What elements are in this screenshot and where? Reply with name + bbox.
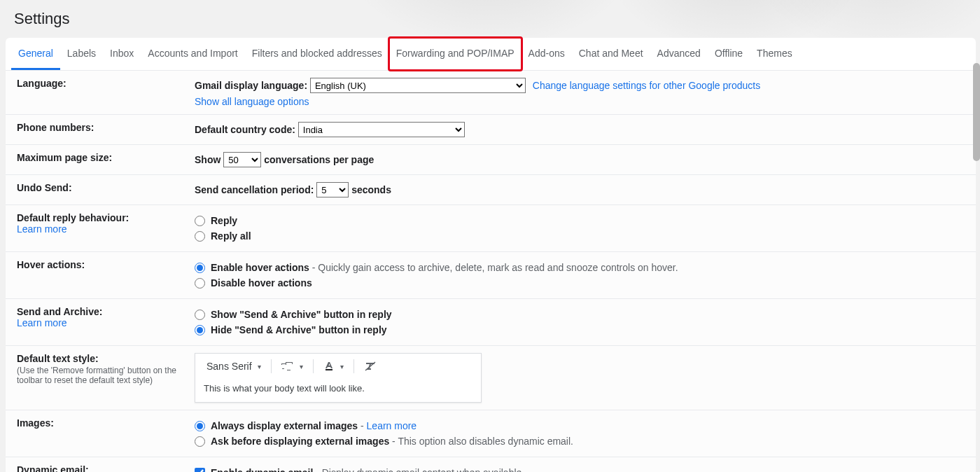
tab-forwarding[interactable]: Forwarding and POP/IMAP — [389, 38, 522, 70]
dynamic-enable-desc: - Display dynamic email content when ava… — [313, 467, 524, 472]
text-style-hint: (Use the 'Remove formatting' button on t… — [17, 366, 188, 385]
images-always-radio[interactable] — [195, 421, 205, 431]
scrollbar-thumb[interactable] — [973, 63, 980, 161]
toolbar-separator — [354, 359, 354, 373]
display-language-select[interactable]: English (UK) — [310, 78, 526, 93]
row-images: Images: Always display external images -… — [6, 410, 976, 457]
country-code-label: Default country code: — [195, 124, 295, 135]
archive-label: Send and Archive: — [17, 306, 188, 317]
row-undo: Undo Send: Send cancellation period: 5 s… — [6, 175, 976, 205]
images-always-label: Always display external images — [211, 420, 358, 431]
change-language-link[interactable]: Change language settings for other Googl… — [533, 80, 760, 91]
page-size-show: Show — [195, 154, 220, 165]
dynamic-enable-label: Enable dynamic email — [211, 467, 313, 472]
hover-enable-label: Enable hover actions — [211, 262, 309, 273]
tab-filters[interactable]: Filters and blocked addresses — [245, 38, 389, 70]
hover-label: Hover actions: — [6, 259, 195, 291]
reply-label: Default reply behaviour: — [17, 212, 188, 223]
tab-general[interactable]: General — [11, 38, 60, 70]
undo-period-select[interactable]: 5 — [316, 182, 349, 197]
language-label: Language: — [6, 78, 195, 107]
page-size-label: Maximum page size: — [6, 152, 195, 167]
replyall-radio[interactable] — [195, 231, 205, 242]
archive-hide-radio[interactable] — [195, 325, 205, 335]
show-all-languages-link[interactable]: Show all language options — [195, 96, 309, 107]
dynamic-label: Dynamic email: — [17, 464, 188, 472]
toolbar-separator — [271, 359, 272, 373]
remove-formatting-icon — [364, 361, 377, 372]
text-style-preview: This is what your body text will look li… — [195, 379, 481, 402]
text-size-icon — [281, 361, 294, 372]
row-phone: Phone numbers: Default country code: Ind… — [6, 115, 976, 145]
phone-label: Phone numbers: — [6, 122, 195, 137]
reply-learn-more-link[interactable]: Learn more — [17, 223, 67, 235]
text-color-picker[interactable] — [319, 359, 348, 373]
undo-period-label: Send cancellation period: — [195, 184, 314, 195]
text-style-label: Default text style: — [17, 353, 188, 364]
images-ask-radio[interactable] — [195, 436, 205, 447]
page-size-select[interactable]: 50 — [223, 152, 261, 167]
tab-advanced[interactable]: Advanced — [650, 38, 708, 70]
display-language-label: Gmail display language: — [195, 80, 307, 91]
tab-themes[interactable]: Themes — [750, 38, 799, 70]
tab-accounts[interactable]: Accounts and Import — [141, 38, 244, 70]
settings-tabs: General Labels Inbox Accounts and Import… — [6, 38, 976, 70]
font-family-picker[interactable]: Sans Serif — [202, 359, 265, 373]
images-ask-label: Ask before displaying external images — [211, 436, 389, 447]
row-text-style: Default text style: (Use the 'Remove for… — [6, 346, 976, 410]
images-label: Images: — [6, 417, 195, 450]
reply-option-label: Reply — [211, 214, 237, 228]
row-hover: Hover actions: Enable hover actions - Qu… — [6, 252, 976, 299]
images-ask-desc: - This option also disables dynamic emai… — [389, 436, 573, 447]
archive-hide-label: Hide "Send & Archive" button in reply — [211, 323, 387, 337]
tab-addons[interactable]: Add-ons — [522, 38, 572, 70]
reply-radio[interactable] — [195, 216, 205, 226]
page-title: Settings — [6, 8, 976, 38]
replyall-option-label: Reply all — [211, 229, 251, 243]
archive-show-radio[interactable] — [195, 310, 205, 320]
hover-enable-radio[interactable] — [195, 263, 205, 273]
tab-inbox[interactable]: Inbox — [103, 38, 141, 70]
text-color-icon — [323, 361, 335, 372]
dash: - — [360, 420, 367, 431]
tab-labels[interactable]: Labels — [60, 38, 103, 70]
tab-offline[interactable]: Offline — [708, 38, 750, 70]
hover-disable-radio[interactable] — [195, 278, 205, 289]
font-size-picker[interactable] — [277, 359, 307, 373]
row-reply: Default reply behaviour: Learn more Repl… — [6, 205, 976, 252]
hover-enable-desc: - Quickly gain access to archive, delete… — [309, 262, 678, 273]
row-language: Language: Gmail display language: Englis… — [6, 71, 976, 115]
page-size-per: conversations per page — [264, 154, 374, 165]
row-archive: Send and Archive: Learn more Show "Send … — [6, 299, 976, 346]
country-code-select[interactable]: India — [298, 122, 465, 137]
svg-rect-0 — [326, 369, 332, 370]
undo-label: Undo Send: — [6, 182, 195, 197]
undo-seconds: seconds — [351, 184, 391, 195]
row-page-size: Maximum page size: Show 50 conversations… — [6, 145, 976, 175]
font-family-label: Sans Serif — [206, 361, 252, 372]
dynamic-enable-checkbox[interactable] — [195, 468, 205, 473]
hover-disable-label: Disable hover actions — [211, 276, 312, 290]
text-style-box: Sans Serif — [195, 353, 482, 403]
archive-learn-more-link[interactable]: Learn more — [17, 317, 67, 328]
tab-chat[interactable]: Chat and Meet — [572, 38, 650, 70]
toolbar-separator — [313, 359, 314, 373]
row-dynamic: Dynamic email: Learn more Enable dynamic… — [6, 457, 976, 472]
images-learn-more-link[interactable]: Learn more — [367, 420, 417, 431]
remove-formatting-button[interactable] — [360, 359, 381, 373]
archive-show-label: Show "Send & Archive" button in reply — [211, 307, 392, 321]
